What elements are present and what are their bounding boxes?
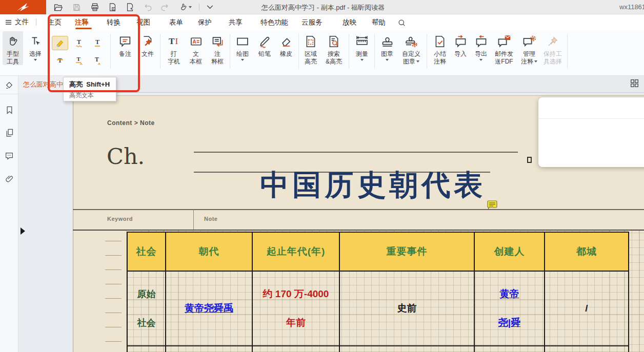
file-menu-button[interactable]: 文件 xyxy=(5,17,29,27)
replace-text-icon: T xyxy=(73,55,85,66)
measure-label: 测量 xyxy=(356,50,368,58)
menu-tab-protect[interactable]: 保护 xyxy=(198,18,212,27)
doc-organize-button[interactable] xyxy=(107,2,118,12)
measure-button[interactable]: 测量 xyxy=(352,31,372,61)
new-doc-button[interactable] xyxy=(124,2,135,12)
typewriter-button[interactable]: TI 打 字机 xyxy=(163,31,185,65)
comments-panel-icon[interactable] xyxy=(4,150,15,161)
replace-text-tool-button[interactable]: T xyxy=(71,53,87,68)
custom-stamp-dropdown-arrow[interactable] xyxy=(416,60,419,63)
summarize-label-1: 小结 xyxy=(434,50,446,58)
area-highlight-button[interactable]: 区域 高亮 xyxy=(300,31,321,65)
hand-tool-button[interactable]: 手型 工具 xyxy=(3,31,23,65)
page-rule-line xyxy=(194,152,518,153)
menu-tab-help[interactable]: 帮助 xyxy=(372,18,386,27)
ribbon-separator xyxy=(349,34,349,69)
highlight-tool-button[interactable] xyxy=(52,36,68,50)
custom-stamp-label-2: 图章 xyxy=(403,58,419,66)
menu-tab-form[interactable]: 表单 xyxy=(169,18,183,27)
hand-icon xyxy=(6,31,19,49)
menu-tab-cloud[interactable]: 云服务 xyxy=(301,18,323,27)
manage-comments-dropdown-arrow[interactable] xyxy=(534,60,537,63)
stamp-dropdown-arrow[interactable] xyxy=(386,59,389,61)
undo-button[interactable] xyxy=(143,2,154,12)
keep-tool-selected-button[interactable]: 保持工 具选择 xyxy=(541,31,564,65)
export-comments-button[interactable]: 导出 xyxy=(471,31,491,61)
squiggly-tool-button[interactable]: T xyxy=(71,36,87,50)
callout-button[interactable]: 注 释框 xyxy=(207,31,228,65)
export-label: 导出 xyxy=(475,50,487,58)
manage-comments-button[interactable]: 管理 注释 xyxy=(518,31,540,65)
founder-link-1[interactable]: 黄帝 xyxy=(500,287,519,301)
rectangle-shape-icon xyxy=(235,31,250,49)
touch-mode-button[interactable] xyxy=(176,2,194,12)
search-highlight-button[interactable]: 搜索 &高亮 xyxy=(322,31,346,65)
drawing-button[interactable]: 绘图 xyxy=(232,31,253,61)
squiggly-underline-icon: T xyxy=(73,37,85,49)
tooltip-shortcut: Shift+H xyxy=(86,80,110,88)
menu-tab-slideshow[interactable]: 放映 xyxy=(343,18,356,27)
menu-tab-view[interactable]: 视图 xyxy=(136,18,150,27)
select-dropdown-arrow[interactable] xyxy=(34,59,37,61)
select-tool-button[interactable]: 选择 xyxy=(25,31,46,61)
menu-tab-convert[interactable]: 转换 xyxy=(107,18,120,27)
dynasty-link[interactable]: 黄帝尧舜禹 xyxy=(185,302,233,315)
export-dropdown-arrow[interactable] xyxy=(479,59,482,61)
stamp-button[interactable]: 图章 xyxy=(377,31,397,61)
search-icon[interactable] xyxy=(396,17,407,28)
insert-text-tool-button[interactable]: T xyxy=(89,53,106,68)
callout-label-2: 释框 xyxy=(211,58,224,66)
sticky-note-annotation-icon[interactable] xyxy=(487,200,498,210)
foxit-logo-icon[interactable] xyxy=(0,0,46,14)
open-file-button[interactable] xyxy=(52,2,64,12)
drawing-dropdown-arrow[interactable] xyxy=(241,59,244,61)
sidebar-collapse-handle[interactable] xyxy=(21,227,25,235)
header-cell-capital: 都城 xyxy=(545,232,629,272)
hamburger-icon xyxy=(5,19,12,25)
cell-founder: 黄帝 尧|舜 xyxy=(475,272,545,346)
menu-tab-features[interactable]: 特色功能 xyxy=(260,18,288,27)
tab-list-grid-icon[interactable] xyxy=(629,78,640,88)
tooltip-title: 高亮 xyxy=(69,80,83,88)
underline-tool-button[interactable]: T xyxy=(89,36,106,50)
menu-tab-comment[interactable]: 注释 xyxy=(75,18,89,27)
note-comment-button[interactable]: 备注 xyxy=(114,31,136,58)
print-button[interactable] xyxy=(89,2,100,12)
summarize-comments-button[interactable]: 小结 注释 xyxy=(430,31,450,65)
email-fdf-button[interactable]: 邮件发 送FDF xyxy=(491,31,517,65)
menu-tab-home[interactable]: 主页 xyxy=(48,18,62,27)
cell-period: 约 170 万-4000 年前 xyxy=(253,272,340,346)
select-cursor-icon xyxy=(29,31,42,49)
pencil-icon xyxy=(258,31,272,49)
svg-text:I: I xyxy=(175,36,178,46)
menu-tab-share[interactable]: 共享 xyxy=(229,18,243,27)
attach-file-button[interactable]: 文件 xyxy=(137,31,158,58)
measure-dropdown-arrow[interactable] xyxy=(360,59,364,61)
ribbon-separator xyxy=(110,34,111,69)
summary-check-doc-icon xyxy=(433,31,447,49)
eraser-button[interactable]: 橡皮 xyxy=(276,31,296,58)
annotations-panel-icon[interactable] xyxy=(4,79,15,91)
ribbon-separator xyxy=(230,34,230,69)
pencil-button[interactable]: 铅笔 xyxy=(255,31,274,58)
textbox-button[interactable]: A 文 本框 xyxy=(186,31,206,65)
pages-panel-icon[interactable] xyxy=(4,127,15,138)
founder-link-2[interactable]: 尧|舜 xyxy=(498,316,520,329)
redo-button[interactable] xyxy=(159,2,170,12)
custom-stamp-button[interactable]: 自定义 图章 xyxy=(398,31,425,65)
stamp-icon xyxy=(380,31,394,49)
touch-mode-dropdown-arrow[interactable] xyxy=(189,6,192,8)
svg-text:T: T xyxy=(77,38,81,46)
export-arrow-bubble-icon xyxy=(474,31,488,49)
import-comments-button[interactable]: 导入 xyxy=(451,31,470,58)
keyword-column-label: Keyword xyxy=(107,216,133,222)
strikeout-tool-button[interactable]: T xyxy=(52,53,68,68)
table-next-row-partial xyxy=(127,346,629,352)
attachments-panel-icon[interactable] xyxy=(4,173,15,184)
pushpin-file-icon xyxy=(141,31,154,49)
manage-comments-label-2: 注释 xyxy=(521,58,537,66)
bookmarks-panel-icon[interactable] xyxy=(4,105,15,116)
save-button[interactable] xyxy=(71,2,82,12)
textbox-icon: A xyxy=(189,31,203,49)
note-column-label: Note xyxy=(204,216,217,222)
